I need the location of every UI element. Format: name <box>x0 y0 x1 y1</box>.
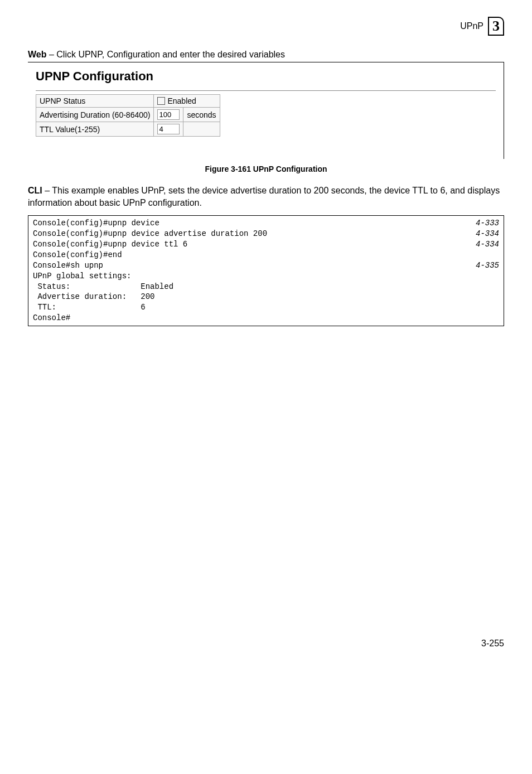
cli-line: Status: Enabled <box>33 282 499 292</box>
web-rest: – Click UPNP, Configuration and enter th… <box>46 50 285 59</box>
cli-text: TTL: 6 <box>33 302 146 313</box>
web-prefix: Web <box>28 50 46 59</box>
figure-caption: Figure 3-161 UPnP Configuration <box>28 165 504 173</box>
table-row: TTL Value(1-255) <box>36 122 220 137</box>
cli-ref: 4-334 <box>476 239 499 250</box>
cli-text: Console(config)#upnp device advertise du… <box>33 229 267 239</box>
cli-text: Console(config)#end <box>33 250 122 260</box>
cli-ref: 4-335 <box>476 260 499 271</box>
cli-line: Console#sh upnp4-335 <box>33 260 499 271</box>
cli-text: Status: Enabled <box>33 282 173 292</box>
cli-text: Console# <box>33 313 70 323</box>
page-number: 3-255 <box>28 638 504 649</box>
cli-intro: CLI – This example enables UPnP, sets th… <box>28 185 504 209</box>
ttl-value-input[interactable] <box>157 124 180 134</box>
cli-text: Console#sh upnp <box>33 260 103 271</box>
ttl-label-cell: TTL Value(1-255) <box>36 122 154 137</box>
cli-line: Console(config)#upnp device4-333 <box>33 218 499 229</box>
cli-line: Console(config)#end <box>33 250 499 260</box>
cli-text: Advertise duration: 200 <box>33 292 154 302</box>
cli-line: Advertise duration: 200 <box>33 292 499 302</box>
cli-text: UPnP global settings: <box>33 271 131 282</box>
panel-divider <box>36 90 496 91</box>
cli-ref: 4-334 <box>476 229 499 239</box>
ttl-empty-cell <box>183 122 220 137</box>
upnp-config-table: UPNP Status Enabled Advertising Duration… <box>36 94 220 137</box>
ttl-input-cell <box>154 122 183 137</box>
status-value-cell: Enabled <box>154 95 220 108</box>
upnp-config-panel: UPNP Configuration UPNP Status Enabled A… <box>28 62 504 159</box>
adv-unit-cell: seconds <box>183 108 220 122</box>
cli-line: Console# <box>33 313 499 323</box>
chapter-badge: 3 <box>488 17 504 36</box>
cli-line: Console(config)#upnp device advertise du… <box>33 229 499 239</box>
cli-prefix: CLI <box>28 186 42 195</box>
web-instruction: Web – Click UPNP, Configuration and ente… <box>28 50 504 60</box>
adv-label-cell: Advertising Duration (60-86400) <box>36 108 154 122</box>
status-label-cell: UPNP Status <box>36 95 154 108</box>
advertising-duration-input[interactable] <box>157 109 180 120</box>
cli-line: Console(config)#upnp device ttl 64-334 <box>33 239 499 250</box>
adv-input-cell <box>154 108 183 122</box>
header-label: UPnP <box>460 21 483 31</box>
table-row: Advertising Duration (60-86400) seconds <box>36 108 220 122</box>
cli-output-box: Console(config)#upnp device4-333 Console… <box>28 215 504 326</box>
cli-text: Console(config)#upnp device <box>33 218 159 229</box>
cli-text: Console(config)#upnp device ttl 6 <box>33 239 187 250</box>
enabled-checkbox[interactable] <box>157 97 165 105</box>
page-header: UPnP 3 <box>28 17 504 36</box>
enabled-label: Enabled <box>167 96 196 105</box>
cli-line: UPnP global settings: <box>33 271 499 282</box>
cli-line: TTL: 6 <box>33 302 499 313</box>
table-row: UPNP Status Enabled <box>36 95 220 108</box>
cli-ref: 4-333 <box>476 218 499 229</box>
panel-title: UPNP Configuration <box>36 69 496 84</box>
cli-rest: – This example enables UPnP, sets the de… <box>28 186 500 207</box>
